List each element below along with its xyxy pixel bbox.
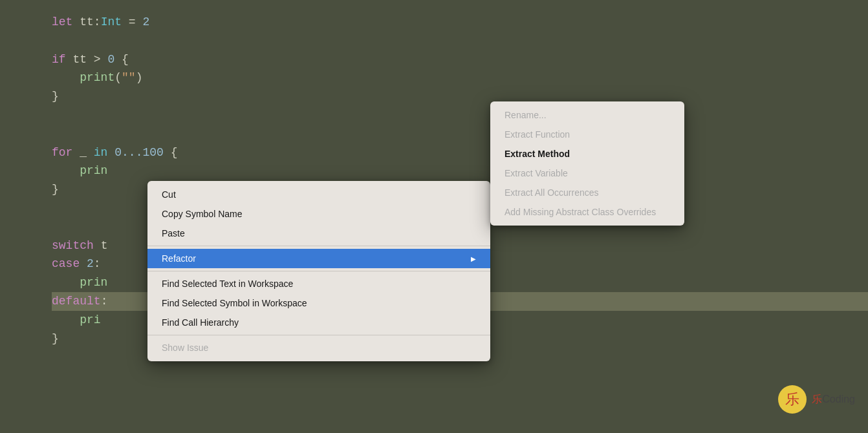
menu-item-show-issue[interactable]: Show Issue [147,338,490,357]
menu-item-find-symbol[interactable]: Find Selected Symbol in Workspace [147,293,490,313]
watermark-text: 乐Coding [812,393,855,407]
code-line-8: for _ in 0...100 { [52,143,868,162]
submenu-item-extract-function[interactable]: Extract Function [490,125,684,144]
code-line-2 [52,32,868,50]
submenu-item-extract-variable[interactable]: Extract Variable [490,164,684,183]
separator-1 [147,246,490,246]
code-line-7 [52,125,868,143]
menu-item-find-text[interactable]: Find Selected Text in Workspace [147,274,490,293]
submenu-item-extract-method[interactable]: Extract Method [490,144,684,164]
code-line-1: let tt:Int = 2 [52,13,868,32]
separator-3 [147,335,490,335]
submenu-item-extract-all[interactable]: Extract All Occurrences [490,183,684,202]
code-line-3: if tt > 0 { [52,50,868,69]
menu-item-find-hierarchy[interactable]: Find Call Hierarchy [147,313,490,332]
code-line-5: } [52,87,868,106]
refactor-submenu: Rename... Extract Function Extract Metho… [490,101,684,226]
watermark: 乐 乐Coding [778,385,855,414]
code-line-6 [52,106,868,125]
submenu-item-rename[interactable]: Rename... [490,105,684,125]
code-line-4: print("") [52,69,868,87]
watermark-icon: 乐 [778,385,807,414]
submenu-arrow-icon: ▶ [471,255,476,262]
submenu-item-add-missing[interactable]: Add Missing Abstract Class Overrides [490,202,684,222]
context-menu: Cut Copy Symbol Name Paste Refactor ▶ Fi… [147,181,490,361]
menu-item-copy-symbol[interactable]: Copy Symbol Name [147,204,490,224]
separator-2 [147,271,490,271]
menu-item-paste[interactable]: Paste [147,224,490,243]
code-line-9: prin [52,162,868,180]
menu-item-cut[interactable]: Cut [147,185,490,204]
menu-item-refactor[interactable]: Refactor ▶ [147,249,490,268]
